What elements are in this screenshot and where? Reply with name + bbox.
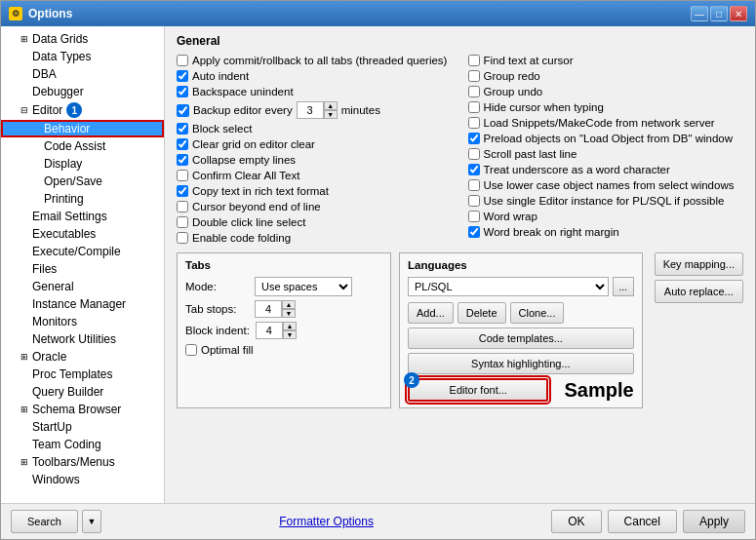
lang-select-row: PL/SQL SQL Java ...: [408, 277, 634, 296]
block-indent-up[interactable]: ▲: [283, 322, 297, 330]
title-bar-buttons: — □ ✕: [691, 6, 747, 21]
sidebar-item-files[interactable]: Files: [1, 260, 164, 278]
checkbox-backup-editor-input[interactable]: [177, 104, 189, 117]
checkbox-load-snippets-input[interactable]: [468, 117, 480, 129]
checkbox-find-text-cursor-input[interactable]: [468, 55, 480, 66]
checkbox-confirm-clear: Confirm Clear All Text: [177, 169, 453, 182]
checkbox-apply-commit: Apply commit/rollback to all tabs (threa…: [177, 54, 453, 67]
sidebar-item-oracle[interactable]: ⊞ Oracle: [1, 348, 164, 366]
sidebar-item-data-types[interactable]: Data Types: [1, 48, 164, 65]
checkbox-block-select: Block select: [177, 122, 453, 135]
optimal-fill-input[interactable]: [185, 344, 197, 356]
checkbox-cursor-beyond-end: Cursor beyond end of line: [177, 200, 453, 213]
sidebar-item-startup[interactable]: StartUp: [1, 418, 164, 436]
checkbox-copy-rich-text-input[interactable]: [177, 185, 188, 197]
block-indent-row: Block indent: ▲ ▼: [185, 322, 382, 339]
checkbox-auto-indent-input[interactable]: [177, 70, 188, 82]
sidebar-item-windows[interactable]: Windows: [1, 471, 164, 488]
block-indent-value[interactable]: [256, 322, 283, 339]
delete-btn[interactable]: Delete: [458, 302, 506, 324]
checkbox-double-click-line-input[interactable]: [177, 216, 188, 228]
sidebar-item-code-assist[interactable]: Code Assist: [1, 137, 164, 155]
checkbox-collapse-empty-input[interactable]: [177, 154, 188, 166]
search-button[interactable]: Search: [11, 510, 78, 533]
close-button[interactable]: ✕: [730, 6, 747, 21]
sidebar-item-toolbars-menus[interactable]: ⊞ Toolbars/Menus: [1, 453, 164, 471]
spinner-down[interactable]: ▼: [324, 110, 338, 119]
checkbox-word-break-right-label: Word break on right margin: [484, 226, 619, 238]
clone-btn[interactable]: Clone...: [510, 302, 565, 324]
checkbox-block-select-label: Block select: [192, 123, 252, 135]
checkbox-use-single-editor-label: Use single Editor instance for PL/SQL if…: [484, 195, 725, 207]
sidebar-item-data-grids[interactable]: ⊞ Data Grids: [1, 30, 164, 48]
checkbox-use-lower-object-input[interactable]: [468, 179, 480, 191]
sidebar-item-behavior[interactable]: Behavior: [1, 120, 164, 137]
sidebar-label: Query Builder: [32, 385, 103, 399]
sidebar-item-network-utilities[interactable]: Network Utilities: [1, 330, 164, 348]
checkbox-confirm-clear-input[interactable]: [177, 170, 188, 181]
sidebar-label: Schema Browser: [32, 403, 121, 416]
checkbox-backspace-unindent-input[interactable]: [177, 86, 188, 97]
sidebar-item-team-coding[interactable]: Team Coding: [1, 436, 164, 453]
checkbox-treat-underscore-input[interactable]: [468, 164, 480, 175]
checkbox-use-lower-object-label: Use lower case object names from select …: [484, 179, 735, 191]
backup-editor-value[interactable]: [297, 101, 324, 119]
maximize-button[interactable]: □: [710, 6, 728, 21]
checkbox-group-undo-input[interactable]: [468, 86, 480, 97]
lang-ellipsis-btn[interactable]: ...: [613, 277, 634, 296]
sidebar-item-execute-compile[interactable]: Execute/Compile: [1, 243, 164, 260]
checkbox-cursor-beyond-end-input[interactable]: [177, 201, 188, 212]
checkbox-group-redo-input[interactable]: [468, 70, 480, 82]
checkbox-apply-commit-input[interactable]: [177, 55, 188, 66]
auto-replace-btn[interactable]: Auto replace...: [655, 280, 743, 303]
sidebar-item-dba[interactable]: DBA: [1, 65, 164, 83]
editor-font-btn[interactable]: 2 Editor font...: [408, 378, 548, 402]
cancel-button[interactable]: Cancel: [608, 510, 677, 533]
checkbox-block-select-input[interactable]: [177, 123, 188, 135]
key-mapping-btn[interactable]: Key mapping...: [655, 252, 743, 276]
sidebar-item-schema-browser[interactable]: ⊞ Schema Browser: [1, 401, 164, 418]
sidebar-item-general[interactable]: General: [1, 278, 164, 295]
mode-select[interactable]: Use spaces Use tabs: [255, 277, 352, 296]
sidebar-item-email-settings[interactable]: Email Settings: [1, 208, 164, 225]
block-indent-down[interactable]: ▼: [283, 330, 297, 339]
minimize-button[interactable]: —: [691, 6, 708, 21]
sidebar-item-monitors[interactable]: Monitors: [1, 313, 164, 330]
sidebar-item-query-builder[interactable]: Query Builder: [1, 383, 164, 401]
checkbox-preload-objects-input[interactable]: [468, 133, 480, 144]
formatter-options-link[interactable]: Formatter Options: [279, 515, 374, 528]
checkbox-hide-cursor-input[interactable]: [468, 101, 480, 113]
checkbox-use-single-editor-input[interactable]: [468, 195, 480, 207]
sidebar-item-printing[interactable]: Printing: [1, 190, 164, 208]
checkbox-group-undo-label: Group undo: [484, 86, 543, 97]
checkbox-scroll-past-last-input[interactable]: [468, 148, 480, 160]
apply-button[interactable]: Apply: [683, 510, 745, 533]
tab-stops-up[interactable]: ▲: [282, 300, 296, 309]
sidebar-item-display[interactable]: Display: [1, 155, 164, 173]
main-content: ⊞ Data Grids Data Types DBA Debugger ⊟ E…: [1, 26, 755, 503]
tab-stops-down[interactable]: ▼: [282, 309, 296, 318]
add-btn[interactable]: Add...: [408, 302, 454, 324]
backup-editor-row: Backup editor every ▲ ▼ minutes: [177, 100, 453, 120]
sidebar-item-open-save[interactable]: Open/Save: [1, 173, 164, 190]
checkbox-backspace-unindent-label: Backspace unindent: [192, 86, 294, 97]
sidebar-item-debugger[interactable]: Debugger: [1, 83, 164, 100]
optimal-fill-label: Optimal fill: [201, 344, 254, 356]
sidebar-item-editor[interactable]: ⊟ Editor 1: [1, 100, 164, 120]
search-dropdown-btn[interactable]: ▼: [82, 510, 101, 533]
checkbox-word-break-right: Word break on right margin: [468, 225, 744, 239]
spinner-up[interactable]: ▲: [324, 101, 338, 110]
sidebar-item-executables[interactable]: Executables: [1, 225, 164, 243]
syntax-highlighting-btn[interactable]: Syntax highlighting...: [408, 353, 634, 374]
checkbox-clear-grid-input[interactable]: [177, 138, 188, 150]
language-select[interactable]: PL/SQL SQL Java: [408, 277, 609, 296]
sidebar-item-instance-manager[interactable]: Instance Manager: [1, 295, 164, 313]
ok-button[interactable]: OK: [551, 510, 601, 533]
code-templates-btn[interactable]: Code templates...: [408, 328, 634, 349]
checkbox-word-break-right-input[interactable]: [468, 226, 480, 238]
checkbox-word-wrap-input[interactable]: [468, 211, 480, 222]
checkbox-enable-code-folding-input[interactable]: [177, 232, 188, 244]
tab-stops-value[interactable]: [255, 300, 282, 318]
sidebar-item-proc-templates[interactable]: Proc Templates: [1, 366, 164, 383]
sidebar-label: Network Utilities: [32, 332, 116, 346]
